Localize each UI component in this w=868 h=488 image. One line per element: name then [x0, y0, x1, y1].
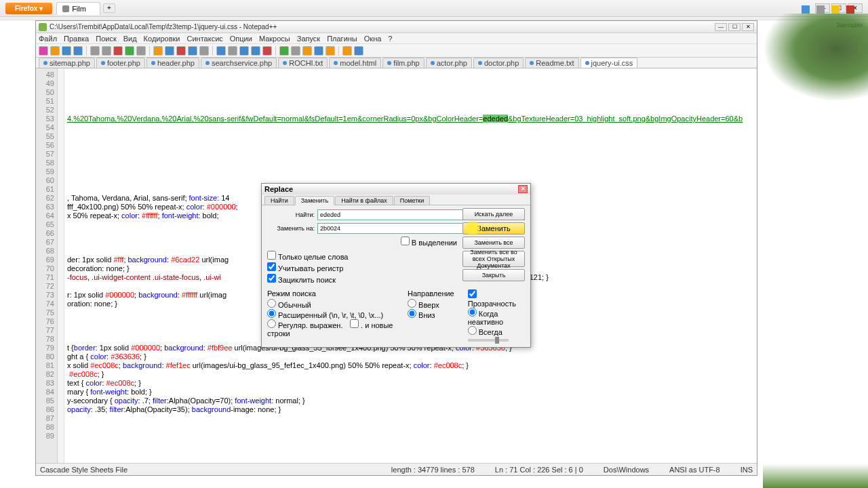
- new-tab-button[interactable]: +: [103, 3, 115, 13]
- dialog-tab[interactable]: Найти: [264, 196, 294, 205]
- toolbar-button[interactable]: [188, 46, 197, 56]
- status-encoding: ANSI as UTF-8: [669, 466, 720, 474]
- toolbar-button[interactable]: [279, 46, 289, 56]
- transparency-slider[interactable]: [468, 339, 509, 342]
- mode-regex-radio[interactable]: Регуляр. выражен.: [267, 321, 343, 329]
- toolbar-button[interactable]: [342, 46, 352, 56]
- menu-item[interactable]: Окна: [364, 35, 382, 43]
- replace-dialog: Replace ✕ НайтиЗаменитьНайти в файлахПом…: [261, 183, 531, 348]
- toolbar-button[interactable]: [262, 46, 272, 56]
- toolbar-button[interactable]: [102, 46, 111, 56]
- minimize-icon[interactable]: —: [715, 23, 727, 31]
- dialog-title: Replace: [264, 185, 293, 193]
- close-icon[interactable]: ✕: [742, 23, 754, 31]
- menu-item[interactable]: Поиск: [96, 35, 116, 43]
- replace-all-docs-button[interactable]: Заменить все во всех Открытых Документах: [462, 251, 525, 267]
- in-selection-checkbox[interactable]: В выделении: [401, 237, 457, 247]
- file-tab[interactable]: footer.php: [96, 58, 145, 68]
- search-mode-group: Режим поиска Обычный Расширенный (\n, \r…: [267, 289, 394, 343]
- dialog-titlebar[interactable]: Replace ✕: [262, 184, 530, 195]
- toolbar-button[interactable]: [62, 46, 71, 56]
- browser-toolbar-icons: [802, 5, 854, 14]
- browser-tab-strip: Firefox ▾ Film + — ☐ ✕: [0, 0, 868, 17]
- direction-down-radio[interactable]: Вниз: [408, 311, 435, 319]
- file-tab[interactable]: model.html: [329, 58, 381, 68]
- file-tab[interactable]: jquery-ui.css: [580, 58, 638, 68]
- menubar: ФайлПравкаПоискВидКодировкиСинтаксисОпци…: [36, 33, 757, 44]
- browser-tab[interactable]: Film: [56, 2, 100, 15]
- toolbar-button[interactable]: [73, 46, 83, 56]
- close-icon[interactable]: ✕: [518, 185, 528, 193]
- toolbar-button[interactable]: [136, 46, 146, 56]
- file-tab[interactable]: ROCHI.txt: [278, 58, 328, 68]
- transparency-inactive-radio[interactable]: Когда неактивно: [468, 310, 503, 326]
- dialog-tab[interactable]: Заменить: [295, 196, 334, 205]
- file-tab[interactable]: film.php: [382, 58, 425, 68]
- toolbar-button[interactable]: [50, 46, 60, 56]
- toolbar-button[interactable]: [326, 46, 335, 56]
- maximize-icon[interactable]: ☐: [728, 23, 741, 31]
- menu-item[interactable]: Макросы: [259, 35, 290, 43]
- toolbar-button[interactable]: [251, 46, 260, 56]
- menu-item[interactable]: Синтаксис: [187, 35, 223, 43]
- toolbar-button[interactable]: [39, 46, 48, 56]
- menu-item[interactable]: Опции: [230, 35, 252, 43]
- menu-item[interactable]: Вид: [123, 35, 137, 43]
- file-tab-bar: sitemap.phpfooter.phpheader.phpsearchser…: [36, 58, 757, 68]
- file-tab[interactable]: header.php: [146, 58, 199, 68]
- transparency-group: Прозрачность Когда неактивно Всегда: [468, 289, 525, 343]
- toolbar-button[interactable]: [302, 46, 312, 56]
- menu-item[interactable]: Кодировки: [144, 35, 180, 43]
- menu-item[interactable]: Правка: [64, 35, 89, 43]
- app-icon: [39, 23, 47, 31]
- find-next-button[interactable]: Искать далее: [462, 208, 525, 220]
- tab-favicon: [62, 5, 69, 12]
- firefox-menu-button[interactable]: Firefox ▾: [5, 3, 52, 14]
- star-icon[interactable]: [816, 5, 825, 14]
- toolbar-button[interactable]: [228, 46, 237, 56]
- toolbar-button[interactable]: [216, 46, 226, 56]
- transparency-always-radio[interactable]: Всегда: [468, 328, 502, 336]
- mode-extended-radio[interactable]: Расширенный (\n, \r, \t, \0, \x...): [267, 311, 383, 319]
- toolbar-button[interactable]: [165, 46, 174, 56]
- transparency-checkbox[interactable]: Прозрачность: [468, 291, 516, 308]
- status-length: length : 34779 lines : 578: [391, 466, 475, 474]
- window-titlebar[interactable]: C:\Users\Trembit\AppData\Local\Temp\fz3t…: [36, 21, 757, 33]
- file-tab[interactable]: Readme.txt: [525, 58, 578, 68]
- menu-item[interactable]: Запуск: [297, 35, 320, 43]
- menu-item[interactable]: Плагины: [327, 35, 357, 43]
- fold-margin: [58, 68, 64, 475]
- toolbar-button[interactable]: [291, 46, 300, 56]
- file-tab[interactable]: doctor.php: [473, 58, 524, 68]
- file-tab[interactable]: actor.php: [426, 58, 472, 68]
- find-label: Найти:: [267, 211, 315, 218]
- replace-button[interactable]: Заменить: [462, 222, 525, 235]
- dialog-tab[interactable]: Найти в файлах: [335, 196, 393, 205]
- toolbar-button[interactable]: [314, 46, 323, 56]
- home-icon[interactable]: [802, 5, 810, 14]
- toolbar-button[interactable]: [199, 46, 209, 56]
- toolbar-button[interactable]: [153, 46, 163, 56]
- dialog-tab[interactable]: Пометки: [394, 196, 430, 205]
- toolbar: [36, 44, 757, 58]
- status-position: Ln : 71 Col : 226 Sel : 6 | 0: [495, 466, 583, 474]
- file-tab[interactable]: sitemap.php: [39, 58, 95, 68]
- mode-normal-radio[interactable]: Обычный: [267, 301, 311, 309]
- cursor-highlight: [465, 220, 481, 237]
- toolbar-button[interactable]: [176, 46, 186, 56]
- desktop-decoration: [763, 14, 868, 488]
- menu-item[interactable]: ?: [388, 35, 392, 43]
- menu-item[interactable]: Файл: [39, 35, 57, 43]
- toolbar-button[interactable]: [113, 46, 123, 56]
- replace-all-button[interactable]: Заменить все: [462, 237, 525, 249]
- file-tab[interactable]: searchservice.php: [201, 58, 277, 68]
- toolbar-button[interactable]: [125, 46, 134, 56]
- toolbar-button[interactable]: [90, 46, 100, 56]
- toolbar-button[interactable]: [239, 46, 249, 56]
- adblock-icon[interactable]: [846, 5, 854, 14]
- toolbar-button[interactable]: [354, 46, 363, 56]
- close-button[interactable]: Закрыть: [462, 269, 525, 281]
- direction-up-radio[interactable]: Вверх: [408, 301, 439, 309]
- feed-icon[interactable]: [831, 5, 840, 14]
- dialog-tabs: НайтиЗаменитьНайти в файлахПометки: [262, 195, 530, 205]
